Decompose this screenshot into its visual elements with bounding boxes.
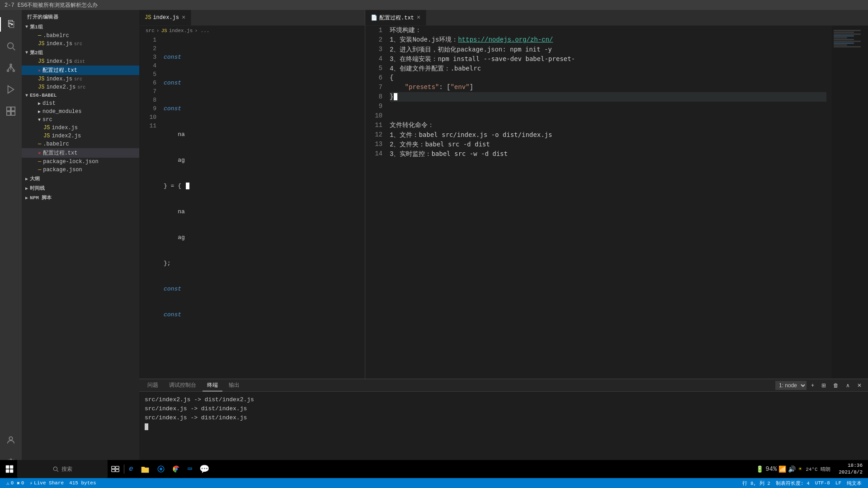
- right-code-view[interactable]: 1 2 3 4 5 6 7 8 9 10 11 12 13 14: [365, 26, 868, 379]
- svg-point-0: [8, 43, 14, 49]
- open-editor-babelrc[interactable]: — .babelrc: [22, 32, 139, 40]
- status-line-col[interactable]: 行 8, 列 2: [740, 480, 773, 487]
- vscode-btn[interactable]: ⌨: [184, 460, 196, 478]
- terminal-line-2: src/index.js -> dist/index.js: [145, 404, 863, 413]
- live-share-label: Live Share: [34, 480, 64, 486]
- svg-point-16: [53, 467, 57, 470]
- rline-1: 环境构建：: [390, 26, 826, 35]
- file-label: index.js: [46, 41, 72, 47]
- file-badge: src: [74, 77, 82, 82]
- sidebar-header: 打开的编辑器: [22, 10, 139, 22]
- status-lang[interactable]: 纯文本: [844, 480, 864, 487]
- file-label: index.js: [46, 76, 72, 82]
- taskbar-sep-1: [124, 465, 124, 474]
- file-explorer-btn[interactable]: [137, 460, 153, 478]
- file-label: package.json: [43, 167, 82, 173]
- file-size-label: 415 bytes: [69, 480, 96, 486]
- left-line-numbers: 1 2 3 4 5 6 7 8 9 10 11: [139, 36, 162, 379]
- kill-terminal-btn[interactable]: 🗑: [830, 381, 841, 389]
- babelrc-icon: —: [38, 141, 41, 147]
- search-icon[interactable]: [0, 35, 22, 57]
- status-eol[interactable]: LF: [833, 480, 844, 486]
- file-label: 配置过程.txt: [42, 66, 77, 74]
- search-button[interactable]: 搜索: [17, 460, 108, 478]
- root-arrow: ▼: [25, 93, 28, 98]
- file-badge: src: [77, 85, 85, 90]
- sidebar-group-1[interactable]: ▼ 第1组: [22, 22, 139, 32]
- title-bar: 2-7 ES6不能被所有浏览器解析怎么办: [0, 0, 868, 10]
- ie-btn[interactable]: e: [125, 460, 137, 478]
- source-control-icon[interactable]: [0, 57, 22, 79]
- tab-label: 配置过程.txt: [379, 14, 414, 22]
- edge-btn[interactable]: [153, 460, 169, 478]
- tree-babelrc[interactable]: — .babelrc: [22, 140, 139, 148]
- right-editor: 📄 配置过程.txt × 1 2 3 4 5 6 7 8: [365, 10, 868, 379]
- time-display: 18:36: [839, 462, 863, 469]
- status-file-size[interactable]: 415 bytes: [66, 480, 99, 486]
- tab-config-txt[interactable]: 📄 配置过程.txt ×: [365, 10, 426, 25]
- panel-tab-terminal[interactable]: 终端: [203, 380, 222, 391]
- taskbar-time[interactable]: 18:36 2021/8/2: [835, 462, 866, 476]
- nodejs-link[interactable]: https://nodejs.org/zh-cn/: [458, 36, 553, 43]
- panel-tab-problems[interactable]: 问题: [143, 380, 163, 391]
- open-editor-config-txt[interactable]: ✕ 配置过程.txt: [22, 66, 139, 75]
- tree-index-js[interactable]: JS index.js: [22, 124, 139, 132]
- left-scrollbar: [361, 36, 365, 379]
- status-live-share[interactable]: ⚡ Live Share: [27, 480, 66, 486]
- right-editor-tabs: 📄 配置过程.txt ×: [365, 10, 868, 26]
- file-label: 配置过程.txt: [43, 149, 78, 157]
- tree-index2-js[interactable]: JS index2.js: [22, 132, 139, 140]
- tab-index-js[interactable]: JS index.js ×: [139, 10, 191, 25]
- status-encoding[interactable]: UTF-8: [812, 480, 833, 486]
- line-col-text: 行 8, 列 2: [742, 480, 770, 487]
- code-line-3: const: [164, 104, 361, 113]
- tab-close-btn[interactable]: ×: [417, 14, 420, 21]
- panel-tab-output[interactable]: 输出: [224, 380, 244, 391]
- left-code-view[interactable]: 1 2 3 4 5 6 7 8 9 10 11 const con: [139, 36, 365, 379]
- rline-10: [390, 111, 826, 121]
- account-icon[interactable]: [0, 429, 22, 451]
- terminal-dropdown[interactable]: 1: node: [775, 381, 807, 390]
- error-count: 0: [11, 480, 14, 486]
- split-terminal-btn[interactable]: ⊞: [819, 381, 829, 389]
- rline-12: 1、文件：babel src/index.js -o dist/index.js: [390, 130, 826, 140]
- tree-config-txt[interactable]: ✕ 配置过程.txt: [22, 148, 139, 158]
- outline-header[interactable]: ▶ 大纲: [22, 174, 139, 183]
- open-editor-index-js-src[interactable]: JS index.js src: [22, 40, 139, 48]
- open-editor-index-js-dist[interactable]: JS index.js dist: [22, 57, 139, 66]
- timeline-header[interactable]: ▶ 时间线: [22, 183, 139, 193]
- sidebar-group-2[interactable]: ▼ 第2组: [22, 48, 139, 57]
- es6-babel-root[interactable]: ▼ ES6-BABEL: [22, 91, 139, 99]
- status-errors[interactable]: ⚠ 0 ✖ 0: [4, 480, 27, 486]
- debug-icon[interactable]: [0, 79, 22, 100]
- wechat-btn[interactable]: 💬: [196, 460, 213, 478]
- tree-node-modules[interactable]: ▶ node_modules: [22, 108, 139, 116]
- status-tab-size[interactable]: 制表符长度: 4: [773, 480, 812, 487]
- code-line-5: ag: [164, 156, 361, 164]
- tree-dist-folder[interactable]: ▶ dist: [22, 99, 139, 108]
- open-editor-index-js-src2[interactable]: JS index.js src: [22, 75, 139, 83]
- json-icon2: —: [38, 167, 41, 173]
- rline-4: 3、在终端安装：npm install --save-dev babel-pre…: [390, 54, 826, 64]
- sound-icon: 🔊: [788, 465, 796, 473]
- tree-package-json[interactable]: — package.json: [22, 166, 139, 174]
- status-bar: ⚠ 0 ✖ 0 ⚡ Live Share 415 bytes 行 8, 列 2 …: [0, 478, 868, 488]
- files-icon[interactable]: ⎘: [0, 14, 22, 35]
- tree-src-folder[interactable]: ▼ src: [22, 116, 139, 124]
- add-terminal-btn[interactable]: +: [808, 381, 817, 389]
- task-view-btn[interactable]: [108, 460, 123, 478]
- start-button[interactable]: [2, 460, 17, 478]
- terminal-line-3: src/index.js -> dist/index.js: [145, 413, 863, 422]
- chrome-btn[interactable]: [169, 460, 184, 478]
- maximize-panel-btn[interactable]: ∧: [843, 381, 853, 389]
- close-panel-btn[interactable]: ✕: [854, 381, 864, 389]
- extensions-icon[interactable]: [0, 100, 22, 122]
- open-editor-index2-js[interactable]: JS index2.js src: [22, 83, 139, 91]
- tab-close-btn[interactable]: ×: [182, 14, 185, 21]
- warning-count: 0: [21, 480, 24, 486]
- tree-package-lock[interactable]: — package-lock.json: [22, 158, 139, 166]
- warning-icon: ✖: [17, 480, 20, 486]
- npm-scripts-header[interactable]: ▶ NPM 脚本: [22, 193, 139, 202]
- breadcrumb-js-icon: JS: [161, 28, 167, 33]
- panel-tab-debug[interactable]: 调试控制台: [165, 380, 201, 391]
